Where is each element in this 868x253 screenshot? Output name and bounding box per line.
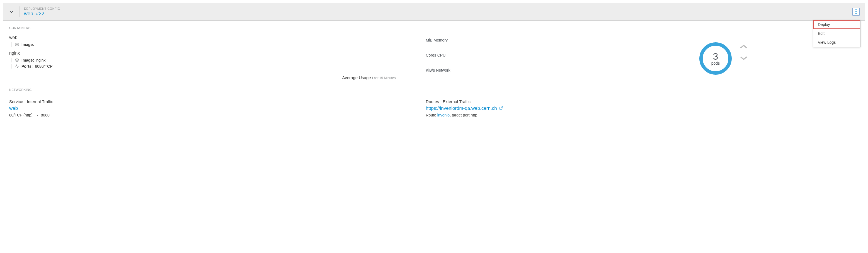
svg-line-3 [501, 107, 502, 108]
pod-count: 3 [713, 52, 718, 61]
chevron-up-icon [740, 44, 747, 49]
metric-value: -- [426, 64, 584, 68]
container-block: web Image: [9, 35, 420, 47]
pod-scale-arrows [740, 44, 748, 61]
route-desc-post: , target port http [450, 113, 477, 117]
route-name-link[interactable]: invenio [437, 113, 450, 117]
activity-icon [15, 64, 19, 68]
route-description: Route invenio, target port http [426, 113, 843, 117]
menu-item-edit[interactable]: Edit [813, 29, 860, 38]
container-detail: Image: nginx [11, 58, 420, 62]
deployment-panel: DEPLOYMENT CONFIG web, #22 Deploy Edit V… [3, 3, 865, 124]
header-title: web, #22 [24, 11, 852, 17]
header-divider [19, 6, 20, 17]
usage-column: -- MiB Memory -- Cores CPU -- KiB/s Netw… [426, 33, 588, 78]
metric-row: -- KiB/s Network [426, 64, 584, 72]
avg-usage-label: Average Usage [342, 75, 371, 80]
header-kicker: DEPLOYMENT CONFIG [24, 7, 852, 10]
pod-label: pods [711, 61, 720, 65]
metric-label: Cores CPU [426, 53, 584, 57]
menu-item-deploy[interactable]: Deploy [813, 20, 860, 29]
detail-value: 8080/TCP [35, 64, 53, 68]
scale-up-button[interactable] [740, 44, 748, 50]
pod-ring-text: 3 pods [699, 42, 732, 75]
external-link-icon [499, 106, 503, 110]
detail-label: Ports: [22, 64, 33, 68]
collapse-toggle[interactable] [8, 8, 15, 15]
metric-row: -- MiB Memory [426, 33, 584, 42]
container-detail: Image: [11, 42, 420, 47]
metric-value: -- [426, 49, 584, 53]
panel-body: CONTAINERS web Image: nginx [3, 21, 865, 124]
service-port-mapping: 80/TCP (http) → 8080 [9, 113, 426, 117]
mid-row: web Image: nginx [9, 33, 859, 78]
header-titles: DEPLOYMENT CONFIG web, #22 [24, 7, 852, 17]
route-url-text: https://inveniordm-qa.web.cern.ch [426, 105, 497, 111]
pod-ring[interactable]: 3 pods [699, 42, 732, 75]
containers-section-label: CONTAINERS [9, 26, 859, 30]
dc-revision-link[interactable]: #22 [36, 11, 44, 17]
layers-icon [15, 58, 19, 62]
containers-column: web Image: nginx [9, 33, 426, 70]
port-post: 8080 [41, 113, 50, 117]
service-title: Service - Internal Traffic [9, 99, 426, 104]
container-block: nginx Image: nginx Ports: 8080/TCP [9, 51, 420, 68]
service-column: Service - Internal Traffic web 80/TCP (h… [9, 99, 426, 117]
arrow-right-icon: → [35, 113, 39, 117]
kebab-dot-icon [856, 13, 857, 14]
route-column: Routes - External Traffic https://inveni… [426, 99, 843, 117]
actions-menu-button[interactable] [852, 8, 860, 15]
container-name: web [9, 35, 420, 40]
container-detail: Ports: 8080/TCP [11, 64, 420, 68]
kebab-dot-icon [856, 9, 857, 10]
avg-usage-title: Average Usage Last 15 Minutes [342, 75, 396, 80]
port-pre: 80/TCP (http) [9, 113, 33, 117]
chevron-down-icon [740, 56, 747, 60]
networking-section-label: NETWORKING [9, 88, 859, 91]
route-desc-pre: Route [426, 113, 437, 117]
container-name: nginx [9, 51, 420, 56]
networking-row: Service - Internal Traffic web 80/TCP (h… [9, 99, 859, 117]
actions-dropdown: Deploy Edit View Logs [813, 20, 861, 47]
avg-usage-sub: Last 15 Minutes [372, 76, 396, 80]
scale-down-button[interactable] [740, 56, 748, 61]
metric-row: -- Cores CPU [426, 49, 584, 57]
layers-icon [15, 42, 19, 47]
route-title: Routes - External Traffic [426, 99, 843, 104]
detail-label: Image: [22, 42, 34, 47]
svg-marker-1 [15, 59, 19, 60]
dc-name-link[interactable]: web [24, 11, 33, 17]
title-sep: , [33, 11, 36, 17]
service-link[interactable]: web [9, 105, 18, 111]
metric-value: -- [426, 33, 584, 38]
metric-label: KiB/s Network [426, 68, 584, 72]
detail-label: Image: [22, 58, 34, 62]
metric-label: MiB Memory [426, 38, 584, 42]
svg-marker-0 [15, 43, 19, 44]
chevron-down-icon [9, 9, 14, 14]
menu-item-view-logs[interactable]: View Logs [813, 38, 860, 47]
panel-header: DEPLOYMENT CONFIG web, #22 Deploy Edit V… [3, 3, 865, 21]
detail-value: nginx [36, 58, 45, 62]
kebab-dot-icon [856, 11, 857, 12]
route-url-link[interactable]: https://inveniordm-qa.web.cern.ch [426, 105, 503, 111]
